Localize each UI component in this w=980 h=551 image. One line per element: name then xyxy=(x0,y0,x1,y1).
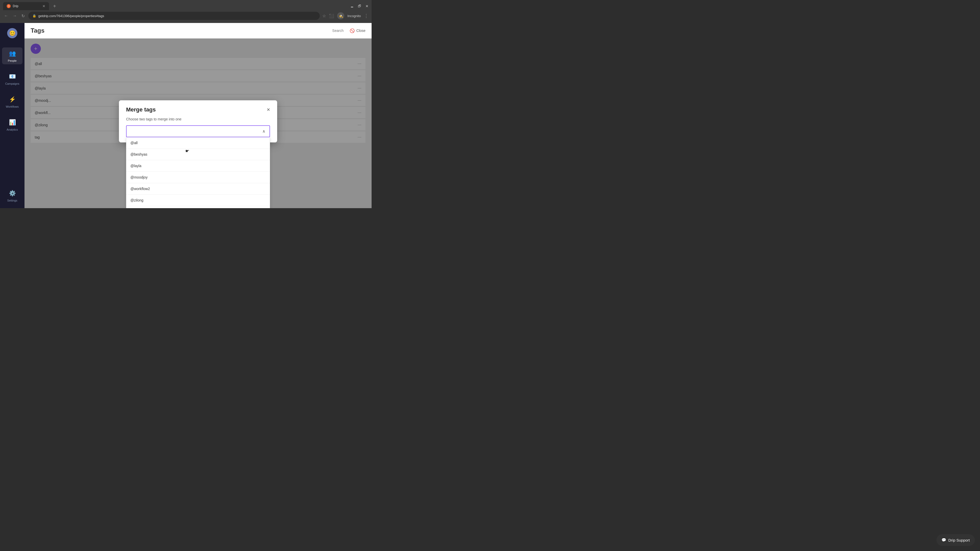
maximize-button[interactable]: 🗗 xyxy=(358,4,361,8)
lock-icon: 🔒 xyxy=(32,14,36,17)
incognito-icon: 🕵 xyxy=(339,14,343,18)
modal-close-button[interactable]: × xyxy=(267,107,270,113)
close-label: Close xyxy=(356,29,366,33)
menu-button[interactable]: ⋮ xyxy=(364,13,369,19)
close-button[interactable]: 🚫 Close xyxy=(350,28,366,33)
modal-title: Merge tags xyxy=(126,106,156,113)
dropdown-option-tag[interactable]: tag xyxy=(126,206,270,208)
search-area: Search xyxy=(332,29,344,33)
close-window-button[interactable]: ✕ xyxy=(366,4,369,8)
sidebar-logo: 😊 xyxy=(6,27,18,39)
address-bar[interactable]: 🔒 getdrip.com/7641396/people/properties#… xyxy=(28,12,320,20)
dropdown-option-all[interactable]: @all xyxy=(126,137,270,149)
extension-icon[interactable]: ⬛ xyxy=(329,14,334,18)
sidebar-item-label: Settings xyxy=(7,199,18,202)
url-text: getdrip.com/7641396/people/properties#ta… xyxy=(38,14,104,18)
sidebar-item-people[interactable]: 👥 People xyxy=(2,48,22,64)
new-tab-button[interactable]: + xyxy=(51,2,58,10)
browser-toolbar: ← → ↻ 🔒 getdrip.com/7641396/people/prope… xyxy=(0,10,372,21)
logo-icon: 😊 xyxy=(7,28,18,38)
merge-tags-modal: Merge tags × Choose two tags to merge in… xyxy=(119,100,277,142)
settings-icon: ⚙️ xyxy=(8,189,16,197)
dropdown-list: @all @beshyas @layla @moodjoy @workflow2… xyxy=(126,137,270,208)
tags-area: + @all ··· @beshyas ··· @layla ··· @mood… xyxy=(24,38,372,208)
sidebar-item-workflows[interactable]: ⚡ Workflows xyxy=(2,94,22,110)
reload-button[interactable]: ↻ xyxy=(21,13,26,19)
incognito-badge: 🕵 xyxy=(337,12,344,19)
incognito-label: Incognito xyxy=(347,14,361,18)
app-container: 😊 👥 People 📧 Campaigns ⚡ Workflows 📊 Ana… xyxy=(0,23,372,208)
sidebar-item-campaigns[interactable]: 📧 Campaigns xyxy=(2,70,22,87)
tab-close-button[interactable]: ✕ xyxy=(42,4,45,8)
dropdown-option-beshyas[interactable]: @beshyas xyxy=(126,149,270,160)
workflows-icon: ⚡ xyxy=(8,95,16,103)
people-icon: 👥 xyxy=(8,49,16,58)
campaigns-icon: 📧 xyxy=(8,73,16,81)
browser-tab[interactable]: D Drip ✕ xyxy=(3,2,49,10)
analytics-icon: 📊 xyxy=(8,118,16,127)
browser-chrome: D Drip ✕ + 🗕 🗗 ✕ ← → ↻ 🔒 getdrip.com/764… xyxy=(0,0,372,23)
back-button[interactable]: ← xyxy=(3,13,9,19)
star-icon[interactable]: ☆ xyxy=(322,14,326,18)
chevron-up-icon: ∧ xyxy=(262,129,266,134)
tag-select-dropdown[interactable]: ∧ xyxy=(126,125,270,137)
close-icon: 🚫 xyxy=(350,28,355,33)
dropdown-option-moodjoy[interactable]: @moodjoy xyxy=(126,171,270,183)
modal-header: Merge tags × xyxy=(119,100,277,117)
window-controls: 🗕 🗗 ✕ xyxy=(350,4,369,8)
browser-titlebar: D Drip ✕ + 🗕 🗗 ✕ xyxy=(0,0,372,10)
dropdown-container: ∧ @all @beshyas @layla @moodjoy @workflo… xyxy=(126,125,270,137)
tab-title: Drip xyxy=(13,4,40,8)
sidebar-item-label: Campaigns xyxy=(5,82,19,85)
tab-favicon: D xyxy=(6,4,11,8)
page-title: Tags xyxy=(30,27,45,34)
modal-subtitle: Choose two tags to merge into one xyxy=(119,117,277,125)
toolbar-actions: ☆ ⬛ 🕵 Incognito ⋮ xyxy=(322,12,369,19)
minimize-button[interactable]: 🗕 xyxy=(350,4,354,8)
sidebar-bottom: ⚙️ Settings xyxy=(2,187,22,204)
sidebar-item-analytics[interactable]: 📊 Analytics xyxy=(2,116,22,133)
dropdown-option-workflow2[interactable]: @workflow2 xyxy=(126,183,270,195)
dropdown-option-layla[interactable]: @layla xyxy=(126,160,270,171)
main-content: Tags Search 🚫 Close + @all ··· @besh xyxy=(24,23,372,208)
page-header: Tags Search 🚫 Close xyxy=(24,23,372,38)
sidebar: 😊 👥 People 📧 Campaigns ⚡ Workflows 📊 Ana… xyxy=(0,23,24,208)
sidebar-item-label: Analytics xyxy=(6,128,18,131)
dropdown-option-zilong[interactable]: @zilong xyxy=(126,195,270,206)
search-label: Search xyxy=(332,29,344,33)
sidebar-item-settings[interactable]: ⚙️ Settings xyxy=(2,187,22,204)
sidebar-item-label: Workflows xyxy=(6,105,19,108)
sidebar-item-label: People xyxy=(8,59,17,62)
forward-button[interactable]: → xyxy=(12,13,18,19)
